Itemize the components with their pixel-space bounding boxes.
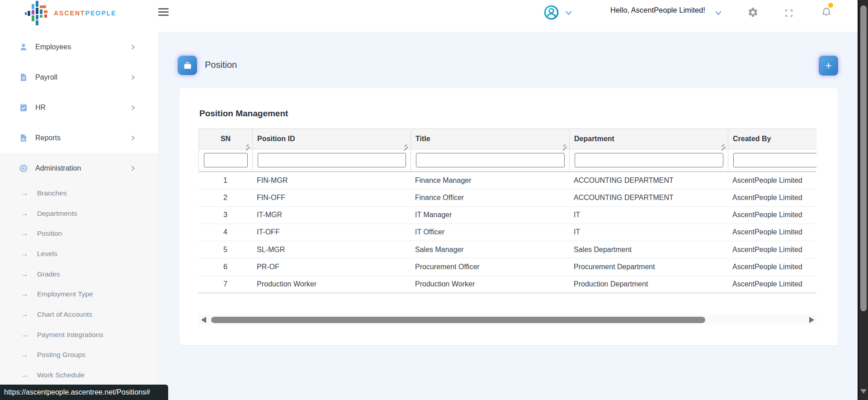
sidebar-subitem-chart-of-accounts[interactable]: →Chart of Accounts: [0, 305, 158, 324]
column-resize-handle[interactable]: [718, 140, 726, 147]
arrow-right-icon: →: [21, 229, 28, 238]
cell-department: IT: [569, 207, 728, 224]
chevron-right-icon: [130, 74, 136, 81]
cell-sn: 2: [198, 189, 252, 206]
table-row: 5SL-MGRSales ManagerSales DepartmentAsce…: [198, 241, 816, 258]
cell-position-id: FIN-MGR: [252, 172, 410, 189]
arrow-right-icon: →: [21, 249, 28, 258]
filter-input-title[interactable]: [416, 153, 565, 167]
sidebar-subitem-payment-integrations[interactable]: →Payment Integrations: [0, 325, 158, 345]
filter-input-department[interactable]: [575, 153, 723, 167]
cell-department: IT: [569, 224, 728, 241]
horizontal-scrollbar[interactable]: [199, 315, 816, 325]
sidebar-subitem-branches[interactable]: →Branches: [0, 183, 158, 203]
sidebar-subitem-label: Chart of Accounts: [37, 310, 92, 319]
sidebar-subitem-label: Branches: [37, 189, 66, 197]
arrow-right-icon: →: [21, 310, 28, 319]
cell-department: Production Department: [569, 276, 728, 293]
cell-department: ACCOUNTING DEPARTMENT: [569, 172, 728, 189]
sidebar-item-label: Reports: [35, 134, 61, 142]
sidebar-subitem-label: Posting Groups: [37, 351, 85, 359]
sidebar-subitem-label: Levels: [37, 250, 57, 258]
sidebar-subitem-label: Grades: [37, 270, 60, 278]
user-icon: [19, 43, 28, 52]
chevron-right-icon: [130, 135, 136, 141]
filter-input-created-by[interactable]: [733, 153, 816, 167]
sidebar-subitem-label: Payment Integrations: [37, 331, 103, 339]
column-header-title[interactable]: Title: [411, 129, 570, 149]
cell-position-id: Production Worker: [252, 276, 410, 293]
table-header-row: SNPosition IDTitleDepartmentCreated By: [198, 129, 816, 149]
cell-created-by: AscentPeople Limited: [728, 172, 816, 189]
sidebar-item-reports[interactable]: Reports: [0, 129, 158, 147]
sidebar-subitem-departments[interactable]: →Departments: [0, 204, 158, 224]
sidebar-subitem-levels[interactable]: →Levels: [0, 244, 158, 264]
payroll-icon: [19, 73, 28, 82]
cell-title: Procurement Officer: [410, 258, 569, 275]
hamburger-menu-button[interactable]: [158, 8, 169, 17]
column-resize-handle[interactable]: [401, 140, 408, 147]
arrow-right-icon: →: [21, 290, 28, 299]
sidebar-subitem-employment-type[interactable]: →Employment Type: [0, 284, 158, 304]
chevron-right-icon: [130, 165, 136, 171]
cell-position-id: IT-MGR: [252, 207, 410, 224]
cell-title: Sales Manager: [410, 241, 569, 258]
cell-sn: 4: [198, 224, 252, 241]
sidebar-subitem-grades[interactable]: →Grades: [0, 264, 158, 284]
filter-cell-created-by: [728, 149, 816, 171]
sidebar-item-employees[interactable]: Employees: [0, 38, 158, 56]
sidebar-subitem-label: Departments: [37, 210, 77, 218]
column-header-created-by[interactable]: Created By: [728, 129, 816, 149]
column-resize-handle[interactable]: [243, 140, 250, 147]
sidebar-item-hr[interactable]: HR: [0, 99, 158, 117]
sidebar-item-payroll[interactable]: Payroll: [0, 68, 158, 86]
positions-table: SNPosition IDTitleDepartmentCreated By 1…: [198, 129, 816, 293]
cell-title: Finance Officer: [410, 189, 569, 206]
page-title: Position: [205, 60, 237, 70]
chevron-right-icon: [130, 105, 136, 111]
add-position-button[interactable]: +: [819, 56, 838, 76]
logo-icon: [25, 1, 49, 25]
filter-cell-department: [570, 149, 728, 171]
column-header-label: Title: [415, 135, 430, 143]
column-header-sn[interactable]: SN: [199, 129, 253, 149]
vertical-scrollbar[interactable]: [858, 0, 868, 400]
sidebar-subitem-work-schedule[interactable]: →Work Schedule: [0, 365, 158, 385]
table-row: 7Production WorkerProduction WorkerProdu…: [198, 276, 816, 293]
column-header-position-id[interactable]: Position ID: [253, 129, 411, 149]
sidebar-subitem-posting-groups[interactable]: →Posting Groups: [0, 345, 158, 365]
column-header-label: Position ID: [257, 135, 295, 143]
cell-department: Procurement Department: [569, 258, 728, 275]
scroll-left-arrow[interactable]: [201, 317, 206, 323]
sidebar-subitem-position[interactable]: →Position: [0, 224, 158, 243]
cell-position-id: SL-MGR: [252, 241, 410, 258]
scroll-right-arrow[interactable]: [809, 317, 814, 323]
table-row: 1FIN-MGRFinance ManagerACCOUNTING DEPART…: [198, 172, 816, 189]
brand-text: ASCENTPEOPLE: [54, 10, 116, 17]
settings-gear-icon[interactable]: [747, 7, 759, 18]
cell-position-id: PR-OF: [252, 258, 410, 275]
cell-created-by: AscentPeople Limited: [728, 258, 816, 275]
notification-badge: [828, 3, 833, 8]
filter-input-sn[interactable]: [204, 153, 248, 167]
column-resize-handle[interactable]: [560, 140, 567, 147]
avatar-chevron-down-icon[interactable]: [565, 10, 572, 16]
logo[interactable]: ASCENTPEOPLE: [25, 1, 116, 25]
cell-created-by: AscentPeople Limited: [728, 224, 816, 241]
greeting-dropdown[interactable]: Hello, AscentPeople Limited!: [610, 5, 705, 14]
notifications-bell-icon[interactable]: [821, 7, 832, 18]
cell-sn: 6: [198, 258, 252, 275]
user-avatar-icon[interactable]: [544, 5, 559, 20]
sidebar-item-administration[interactable]: Administration: [0, 159, 158, 177]
horizontal-scrollbar-thumb[interactable]: [211, 317, 705, 323]
scroll-down-arrow[interactable]: [860, 389, 867, 394]
vertical-scrollbar-thumb[interactable]: [860, 5, 867, 311]
filter-input-position-id[interactable]: [258, 153, 406, 167]
briefcase-icon: [178, 56, 197, 75]
cell-department: Sales Department: [569, 241, 728, 258]
table-body: 1FIN-MGRFinance ManagerACCOUNTING DEPART…: [198, 172, 816, 293]
fullscreen-icon[interactable]: [785, 9, 793, 17]
greeting-chevron-down-icon[interactable]: [715, 10, 722, 16]
cell-title: IT Officer: [410, 224, 569, 241]
column-header-department[interactable]: Department: [570, 129, 728, 149]
